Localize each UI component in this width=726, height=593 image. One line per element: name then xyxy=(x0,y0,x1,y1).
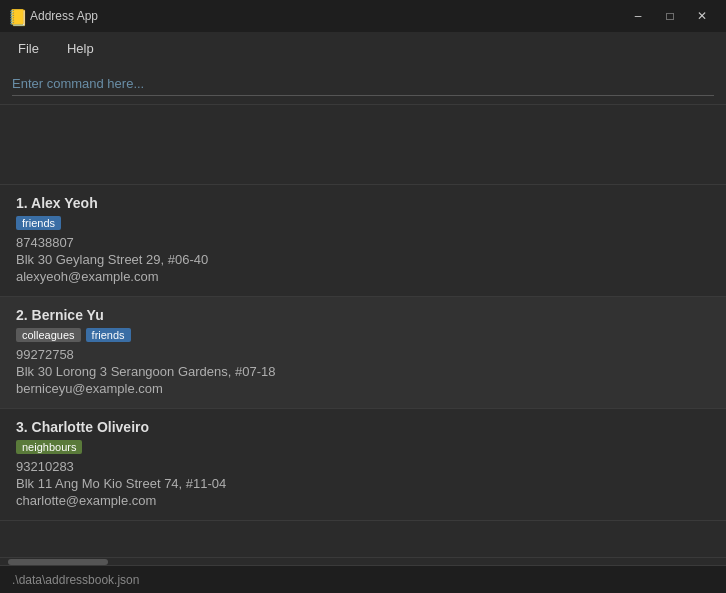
contact-address: Blk 30 Geylang Street 29, #06-40 xyxy=(16,252,710,267)
contact-name: 1. Alex Yeoh xyxy=(16,195,710,211)
contact-tags: friends xyxy=(16,216,710,230)
contact-address: Blk 30 Lorong 3 Serangoon Gardens, #07-1… xyxy=(16,364,710,379)
hscroll-thumb[interactable] xyxy=(8,559,108,565)
minimize-button[interactable]: – xyxy=(622,4,654,28)
contact-email: berniceyu@example.com xyxy=(16,381,710,396)
contact-list[interactable]: 1. Alex Yeohfriends87438807Blk 30 Geylan… xyxy=(0,185,726,557)
title-bar-left: 📒 Address App xyxy=(8,8,98,24)
contact-tags: neighbours xyxy=(16,440,710,454)
contact-phone: 87438807 xyxy=(16,235,710,250)
tag-friends: friends xyxy=(16,216,61,230)
horizontal-scrollbar[interactable] xyxy=(0,557,726,565)
menu-bar: File Help xyxy=(0,32,726,64)
contact-name: 2. Bernice Yu xyxy=(16,307,710,323)
contact-email: charlotte@example.com xyxy=(16,493,710,508)
contact-item[interactable]: 2. Bernice Yucolleaguesfriends99272758Bl… xyxy=(0,297,726,409)
tag-friends: friends xyxy=(86,328,131,342)
app-icon: 📒 xyxy=(8,8,24,24)
contact-phone: 93210283 xyxy=(16,459,710,474)
contact-item[interactable]: 1. Alex Yeohfriends87438807Blk 30 Geylan… xyxy=(0,185,726,297)
status-path: .\data\addressbook.json xyxy=(12,573,139,587)
contact-email: alexyeoh@example.com xyxy=(16,269,710,284)
window-controls: – □ ✕ xyxy=(622,4,718,28)
contact-name: 3. Charlotte Oliveiro xyxy=(16,419,710,435)
tag-neighbours: neighbours xyxy=(16,440,82,454)
tag-colleagues: colleagues xyxy=(16,328,81,342)
menu-file[interactable]: File xyxy=(12,37,45,60)
contact-item[interactable]: 3. Charlotte Oliveironeighbours93210283B… xyxy=(0,409,726,521)
title-bar: 📒 Address App – □ ✕ xyxy=(0,0,726,32)
app-title: Address App xyxy=(30,9,98,23)
empty-area xyxy=(0,105,726,185)
command-area xyxy=(0,64,726,105)
status-bar: .\data\addressbook.json xyxy=(0,565,726,593)
menu-help[interactable]: Help xyxy=(61,37,100,60)
contact-address: Blk 11 Ang Mo Kio Street 74, #11-04 xyxy=(16,476,710,491)
command-input[interactable] xyxy=(12,72,714,96)
contact-tags: colleaguesfriends xyxy=(16,328,710,342)
close-button[interactable]: ✕ xyxy=(686,4,718,28)
maximize-button[interactable]: □ xyxy=(654,4,686,28)
contact-phone: 99272758 xyxy=(16,347,710,362)
